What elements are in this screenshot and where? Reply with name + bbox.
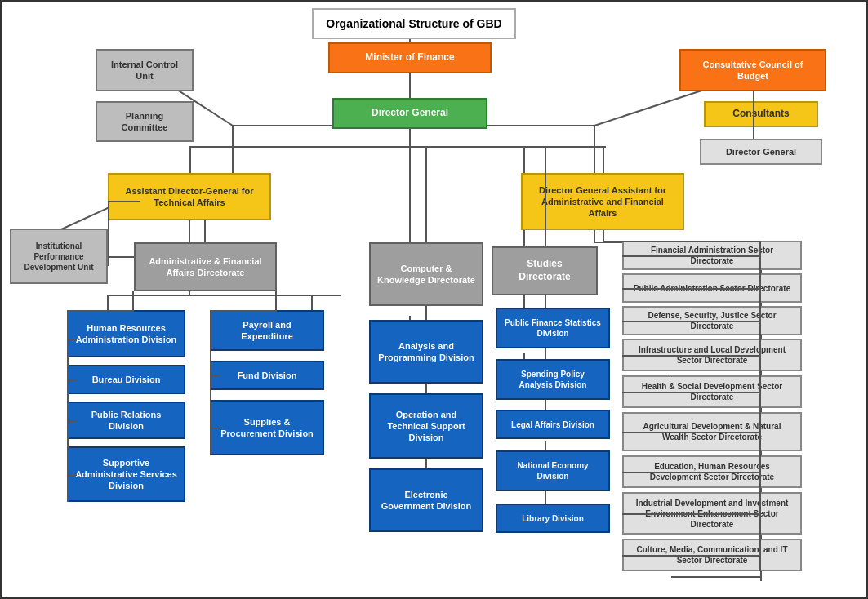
planning-committee-box: Planning Committee — [96, 101, 194, 142]
public-finance-stats-box: Public Finance Statistics Division — [496, 308, 610, 348]
org-chart: Organizational Structure of GBD Minister… — [0, 0, 868, 599]
institutional-performance-box: Institutional Performance Development Un… — [10, 229, 108, 284]
minister-box: Minister of Finance — [328, 42, 492, 73]
asst-dg-technical-box: Assistant Director-General for Technical… — [108, 173, 271, 220]
director-general-box: Director General — [332, 98, 487, 129]
computer-knowledge-box: Computer & Knowledge Directorate — [369, 242, 483, 306]
library-division-box: Library Division — [496, 504, 610, 533]
consultants-box: Consultants — [704, 101, 818, 127]
legal-affairs-box: Legal Affairs Division — [496, 410, 610, 439]
internal-control-box: Internal Control Unit — [96, 49, 194, 91]
consultative-council-box: Consultative Council of Budget — [679, 49, 826, 91]
public-relations-box: Public Relations Division — [67, 402, 185, 439]
org-title: Organizational Structure of GBD — [312, 8, 516, 39]
national-economy-box: National Economy Division — [496, 450, 610, 491]
spending-policy-box: Spending Policy Analysis Division — [496, 359, 610, 400]
operation-technical-box: Operation and Technical Support Division — [369, 393, 483, 459]
dg-right-box: Director General — [700, 139, 822, 165]
hr-division-box: Human Resources Administration Division — [67, 310, 185, 357]
admin-financial-box: Administrative & Financial Affairs Direc… — [134, 242, 277, 291]
payroll-box: Payroll and Expenditure — [210, 310, 324, 351]
supplies-procurement-box: Supplies & Procurement Division — [210, 400, 324, 455]
fund-division-box: Fund Division — [210, 361, 324, 390]
supportive-admin-box: Supportive Administrative Services Divis… — [67, 446, 185, 502]
studies-directorate-box: Studies Directorate — [492, 246, 598, 295]
electronic-government-box: Electronic Government Division — [369, 468, 483, 532]
bureau-division-box: Bureau Division — [67, 365, 185, 394]
analysis-programming-box: Analysis and Programming Division — [369, 320, 483, 384]
